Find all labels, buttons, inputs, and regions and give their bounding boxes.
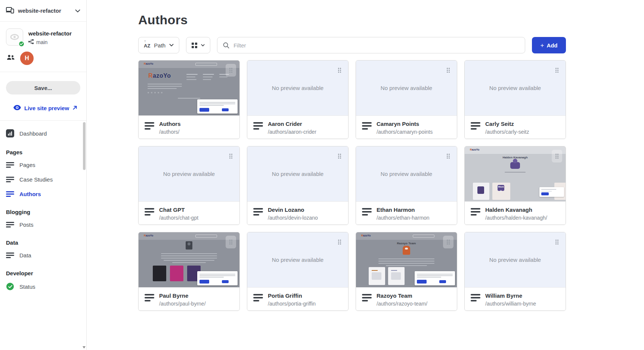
sidebar-item-case-studies[interactable]: Case Studies xyxy=(0,172,86,187)
drag-handle[interactable] xyxy=(334,236,345,248)
chevron-down-icon xyxy=(201,44,205,47)
collection-item-card[interactable]: No preview availableDevin Lozano/authors… xyxy=(247,146,349,225)
sidebar-item-pages[interactable]: Pages xyxy=(0,158,86,172)
collection-lines-icon xyxy=(6,253,14,258)
add-button[interactable]: + Add xyxy=(532,37,566,53)
collection-item-card[interactable]: No preview availableEthan Harmon/authors… xyxy=(356,146,457,225)
no-preview-text: No preview available xyxy=(356,146,457,201)
drag-handle[interactable] xyxy=(552,150,562,162)
mock-paragraph-line xyxy=(161,253,217,254)
content-lines-icon xyxy=(362,208,372,216)
collection-item-card[interactable]: RazoYoRazoyo TeamRazoyo Team/authors/raz… xyxy=(356,232,457,311)
view-mode-button[interactable] xyxy=(186,37,210,53)
collection-lines-icon xyxy=(6,191,14,197)
collection-item-card[interactable]: RazoYoHalden KavanaghWeek 9Halden Kavana… xyxy=(464,146,566,225)
content-lines-icon xyxy=(471,122,480,130)
no-preview-text: No preview available xyxy=(139,146,239,201)
collection-item-card[interactable]: No preview availableCamaryn Points/autho… xyxy=(356,60,457,139)
team-members-icon[interactable] xyxy=(6,55,15,62)
item-footer: Halden Kavanagh/authors/halden-kavanagh/ xyxy=(465,201,566,224)
mock-site-header xyxy=(465,146,566,154)
drag-handle[interactable] xyxy=(334,150,345,162)
drag-handle[interactable] xyxy=(443,150,453,162)
collection-item-card[interactable]: RazoYoPaul Byrne/authors/paul-byrne/ xyxy=(138,232,240,311)
mock-site-header xyxy=(139,232,239,240)
item-meta: Razoyo Team/authors/razoyo-team/ xyxy=(377,292,427,307)
mock-social-dot xyxy=(151,92,152,93)
item-name: William Byrne xyxy=(485,292,536,299)
site-name: website-refactor xyxy=(28,28,72,37)
sidebar-item-label: Dashboard xyxy=(19,130,47,137)
item-name: Ethan Harmon xyxy=(377,207,430,213)
drag-handle[interactable] xyxy=(226,64,236,77)
user-avatar[interactable]: H xyxy=(20,52,34,65)
sidebar-item-posts[interactable]: Posts xyxy=(0,217,86,232)
mock-site-logo: RazoYo xyxy=(144,234,153,237)
content-lines-icon xyxy=(145,122,154,130)
item-preview: No preview available xyxy=(139,146,239,201)
nav-section-label: Data xyxy=(0,232,86,248)
sidebar-scrollbar-thumb[interactable] xyxy=(83,122,86,170)
team-row: H xyxy=(0,47,86,72)
nav-section-label: Pages xyxy=(0,142,86,158)
drag-handle[interactable] xyxy=(552,236,562,248)
drag-handle[interactable] xyxy=(226,236,236,248)
mock-paragraph-line xyxy=(386,265,427,266)
drag-handle[interactable] xyxy=(552,64,562,77)
item-footer: Chat GPT/authors/chat-gpt xyxy=(139,201,239,224)
collection-item-card[interactable]: No preview availableWilliam Byrne/author… xyxy=(464,232,566,311)
sidebar-item-dashboard[interactable]: Dashboard xyxy=(0,125,86,142)
item-footer: Ethan Harmon/authors/ethan-harmon xyxy=(356,201,457,224)
mock-site-logo: RazoYo xyxy=(361,234,371,237)
content-lines-icon xyxy=(471,294,480,301)
devices-icon xyxy=(6,7,14,15)
workspace-switcher[interactable]: website-refactor xyxy=(0,0,86,22)
item-name: Paul Byrne xyxy=(159,292,206,299)
content-lines-icon xyxy=(253,208,263,216)
collection-item-card[interactable]: No preview availableChat GPT/authors/cha… xyxy=(138,146,240,225)
content-lines-icon xyxy=(362,122,372,130)
mock-post-thumbnail xyxy=(170,266,183,281)
drag-handle[interactable] xyxy=(334,64,345,77)
sidebar-scrollbar-down-arrow[interactable] xyxy=(83,346,86,349)
item-meta: Authors/authors/ xyxy=(159,121,181,135)
drag-handle[interactable] xyxy=(443,64,453,77)
cookie-banner-mock xyxy=(197,271,238,285)
item-path: /authors/ethan-harmon xyxy=(377,215,430,221)
mock-site-logo: RazoYo xyxy=(470,148,479,151)
item-name: Halden Kavanagh xyxy=(485,207,547,213)
item-name: Chat GPT xyxy=(159,207,198,213)
mock-post-thumbnail xyxy=(473,183,489,200)
mock-content-panel xyxy=(369,267,385,285)
item-name: Devin Lozano xyxy=(268,207,318,213)
item-name: Razoyo Team xyxy=(377,292,427,299)
mock-paragraph-line xyxy=(161,258,217,258)
chevron-down-icon xyxy=(75,7,80,14)
mock-content-panel xyxy=(388,267,405,285)
item-name: Authors xyxy=(159,121,181,127)
workspace-title: website-refactor xyxy=(18,7,71,14)
mock-search-box xyxy=(413,235,434,238)
item-path: /authors/chat-gpt xyxy=(159,215,198,221)
collection-item-card[interactable]: No preview availablePortia Griffin/autho… xyxy=(247,232,349,311)
item-footer: Paul Byrne/authors/paul-byrne/ xyxy=(139,287,239,310)
sidebar-item-authors[interactable]: Authors xyxy=(0,187,86,201)
collection-lines-icon xyxy=(6,177,14,182)
sidebar-item-status[interactable]: Status xyxy=(0,279,86,294)
item-preview: No preview available xyxy=(465,61,566,115)
drag-handle[interactable] xyxy=(443,236,453,248)
drag-handle[interactable] xyxy=(226,150,236,162)
site-summary[interactable]: website-refactor main xyxy=(0,22,86,47)
sort-button[interactable]: AZ Path xyxy=(138,37,179,53)
sidebar-item-label: Status xyxy=(19,284,35,290)
filter-input[interactable] xyxy=(233,42,519,49)
item-preview: No preview available xyxy=(247,232,348,287)
sidebar-item-data[interactable]: Data xyxy=(0,248,86,263)
collection-item-card[interactable]: No preview availableAaron Crider/authors… xyxy=(247,60,349,139)
collection-item-card[interactable]: No preview availableCarly Seitz/authors/… xyxy=(464,60,566,139)
collection-item-card[interactable]: RazoYoRazoYoAuthors/authors/ xyxy=(138,60,240,139)
sidebar-item-label: Pages xyxy=(19,162,35,168)
save-button[interactable]: Save... xyxy=(6,81,80,95)
live-site-preview-link[interactable]: Live site preview xyxy=(0,95,86,120)
item-preview: RazoYoRazoyo Team xyxy=(356,232,457,287)
